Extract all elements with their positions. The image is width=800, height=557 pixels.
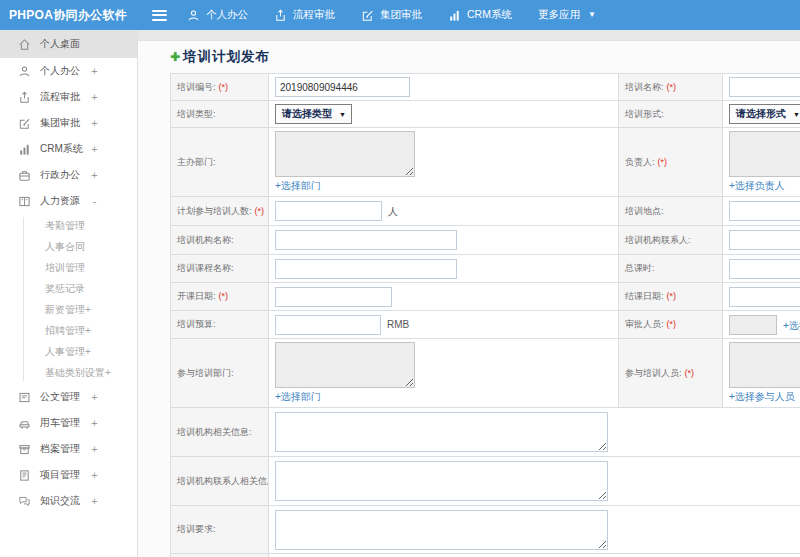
expand-plus-icon[interactable]: + <box>90 65 99 77</box>
leader-box[interactable] <box>729 131 800 177</box>
field-label: 培训形式: <box>619 101 723 128</box>
org-contact-input[interactable] <box>729 230 800 250</box>
sidebar-item-archive-management[interactable]: 档案管理 + <box>0 436 137 462</box>
org-name-input[interactable] <box>275 230 457 250</box>
content-panel: ✚ 培训计划发布 培训编号:(*) 培训名称:(*) 培训类型: 请选择类型▼ … <box>138 41 800 557</box>
sidebar-item-admin-office[interactable]: 行政办公 + <box>0 162 137 188</box>
sidebar-item-vehicle-management[interactable]: 用车管理 + <box>0 410 137 436</box>
sidebar-item-label: 行政办公 <box>40 168 90 182</box>
field-label: 审批人员:(*) <box>619 311 723 339</box>
sidebar-item-label: 项目管理 <box>40 468 90 482</box>
form-row: 参与培训部门: +选择部门 参与培训人员:(*) +选择参与人员 <box>171 339 800 408</box>
expand-plus-icon[interactable]: + <box>90 443 99 455</box>
sidebar-item-reward-punishment[interactable]: 奖惩记录 <box>0 278 137 299</box>
expand-plus-icon[interactable]: + <box>90 469 99 481</box>
nav-personal-office[interactable]: 个人办公 <box>187 8 248 22</box>
field-label: 培训地点: <box>619 197 723 226</box>
expand-plus-icon[interactable]: + <box>85 304 91 315</box>
training-form-select[interactable]: 请选择形式▼ <box>729 104 800 124</box>
sidebar-item-label: 个人办公 <box>40 64 90 78</box>
org-contact-info-textarea[interactable] <box>275 461 608 501</box>
form-row: 开课日期:(*) 结课日期:(*) <box>171 283 800 311</box>
notebook-icon <box>18 469 31 482</box>
sidebar-item-group-approval[interactable]: 集团审批 + <box>0 110 137 136</box>
sidebar-item-recruitment-management[interactable]: 招聘管理 + <box>0 320 137 341</box>
sidebar-item-base-category-settings[interactable]: 基础类别设置 + <box>0 362 137 383</box>
chart-icon <box>18 143 31 156</box>
expand-plus-icon[interactable]: + <box>90 417 99 429</box>
training-requirements-textarea[interactable] <box>275 510 608 550</box>
edit-icon <box>18 117 31 130</box>
select-approver-link[interactable]: +选择审批人员 <box>783 319 800 333</box>
end-date-input[interactable] <box>729 287 800 307</box>
form-row: 主办部门: +选择部门 负责人:(*) +选择负责人 <box>171 128 800 197</box>
expand-plus-icon[interactable]: + <box>90 143 99 155</box>
field-label: 参与培训人员:(*) <box>619 339 723 408</box>
sidebar-item-knowledge-exchange[interactable]: 知识交流 + <box>0 488 137 514</box>
form-row: 附件文档: +附件上传 <box>171 554 800 557</box>
form-row: 培训机构相关信息: <box>171 408 800 457</box>
training-number-input[interactable] <box>275 77 410 97</box>
sidebar-item-label: 个人桌面 <box>40 37 99 51</box>
expand-plus-icon[interactable]: + <box>90 391 99 403</box>
select-value: 请选择类型 <box>282 107 332 121</box>
sidebar-item-salary-management[interactable]: 薪资管理 + <box>0 299 137 320</box>
host-department-box[interactable] <box>275 131 415 177</box>
sidebar-item-hr[interactable]: 人力资源 - <box>0 188 137 214</box>
expand-plus-icon[interactable]: + <box>90 91 99 103</box>
sidebar-item-personal-office[interactable]: 个人办公 + <box>0 58 137 84</box>
sidebar-subitem-label: 人事管理 <box>45 345 85 359</box>
nav-group-approval[interactable]: 集团审批 <box>361 8 422 22</box>
field-label: 负责人:(*) <box>619 128 723 197</box>
select-participants-link[interactable]: +选择参与人员 <box>729 390 795 404</box>
participants-box[interactable] <box>729 342 800 388</box>
sidebar-item-attendance-management[interactable]: 考勤管理 <box>0 215 137 236</box>
form-row: 培训课程名称: 总课时: <box>171 255 800 283</box>
nav-workflow-approval[interactable]: 流程审批 <box>274 8 335 22</box>
sidebar-subitem-label: 奖惩记录 <box>45 282 90 296</box>
main-content: ✚ 培训计划发布 培训编号:(*) 培训名称:(*) 培训类型: 请选择类型▼ … <box>138 30 800 557</box>
participating-departments-box[interactable] <box>275 342 415 388</box>
app-logo: PHPOA协同办公软件 <box>0 7 138 24</box>
expand-plus-icon[interactable]: + <box>90 117 99 129</box>
nav-more-apps[interactable]: 更多应用 ▼ <box>538 8 596 22</box>
menu-toggle-icon[interactable] <box>152 10 167 21</box>
approver-box[interactable] <box>729 315 777 335</box>
sidebar-item-personnel-management[interactable]: 人事管理 + <box>0 341 137 362</box>
planned-participants-input[interactable] <box>275 201 382 221</box>
training-name-input[interactable] <box>729 77 800 97</box>
select-department-link[interactable]: +选择部门 <box>275 390 321 404</box>
total-hours-input[interactable] <box>729 259 800 279</box>
expand-plus-icon[interactable]: + <box>85 325 91 336</box>
expand-plus-icon[interactable]: + <box>90 495 99 507</box>
select-department-link[interactable]: +选择部门 <box>275 179 321 193</box>
form-row: 培训要求: <box>171 506 800 554</box>
collapse-minus-icon[interactable]: - <box>90 195 99 207</box>
start-date-input[interactable] <box>275 287 392 307</box>
caret-down-icon: ▼ <box>339 111 346 118</box>
sidebar-item-project-management[interactable]: 项目管理 + <box>0 462 137 488</box>
budget-input[interactable] <box>275 315 381 335</box>
nav-crm[interactable]: CRM系统 <box>448 8 512 22</box>
select-leader-link[interactable]: +选择负责人 <box>729 179 785 193</box>
sidebar-item-personnel-contract[interactable]: 人事合同 <box>0 236 137 257</box>
briefcase-icon <box>18 169 31 182</box>
sidebar-item-workflow-approval[interactable]: 流程审批 + <box>0 84 137 110</box>
org-info-textarea[interactable] <box>275 412 608 452</box>
expand-plus-icon[interactable]: + <box>85 346 91 357</box>
sidebar-item-crm[interactable]: CRM系统 + <box>0 136 137 162</box>
sidebar-item-desktop[interactable]: 个人桌面 <box>0 30 137 58</box>
required-marker: (*) <box>667 319 677 329</box>
sidebar-item-training-management[interactable]: 培训管理 <box>0 257 137 278</box>
sidebar-item-label: 知识交流 <box>40 494 90 508</box>
expand-plus-icon[interactable]: + <box>105 367 111 378</box>
expand-plus-icon[interactable]: + <box>90 169 99 181</box>
chat-icon <box>18 495 31 508</box>
training-type-select[interactable]: 请选择类型▼ <box>275 104 352 124</box>
sidebar-subitem-label: 人事合同 <box>45 240 90 254</box>
training-location-input[interactable] <box>729 201 800 221</box>
field-label: 培训课程名称: <box>171 255 269 283</box>
course-name-input[interactable] <box>275 259 457 279</box>
sidebar-item-document-management[interactable]: 公文管理 + <box>0 384 137 410</box>
select-value: 请选择形式 <box>736 107 786 121</box>
